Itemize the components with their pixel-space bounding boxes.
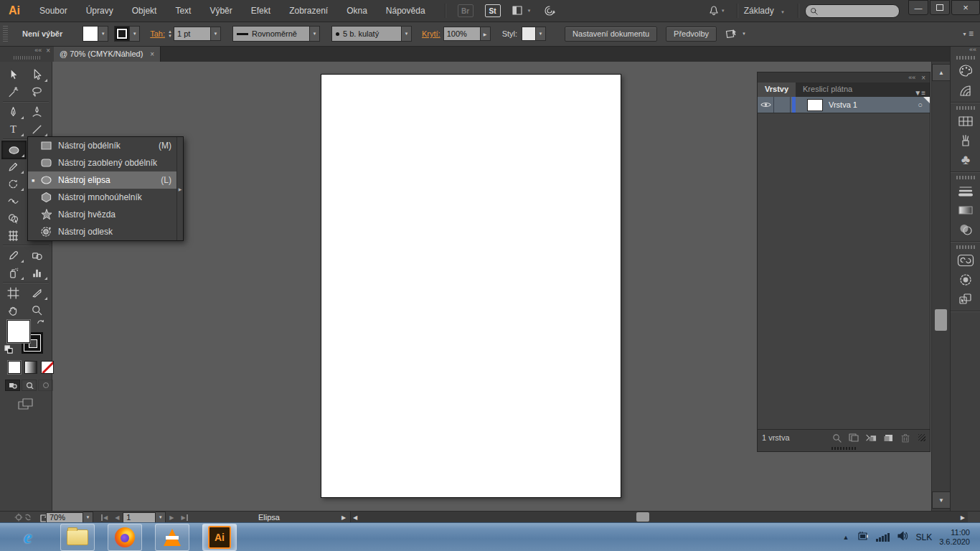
style-arrow[interactable]: ▼	[536, 27, 546, 41]
flyout-item-rectangle[interactable]: Nástroj obdélník (M)	[28, 137, 177, 154]
fill-color-control[interactable]: ▼	[83, 26, 108, 42]
type-tool[interactable]: T	[1, 121, 25, 138]
tab-kreslici-platna[interactable]: Kreslicí plátna	[796, 83, 859, 97]
new-sublayer-icon[interactable]	[866, 433, 877, 443]
draw-behind-mode-button[interactable]	[22, 380, 37, 391]
gradient-panel-icon[interactable]	[951, 200, 980, 220]
clipping-mask-icon[interactable]	[849, 433, 859, 442]
flyout-item-polygon[interactable]: Nástroj mnohoúhelník	[28, 189, 177, 206]
flyout-item-ellipse[interactable]: ■ Nástroj elipsa (L)	[28, 171, 177, 189]
menu-objekt[interactable]: Objekt	[123, 0, 166, 22]
layer-visibility-toggle[interactable]	[758, 97, 774, 113]
tab-vrstvy[interactable]: Vrstvy	[758, 83, 796, 97]
layer-thumbnail[interactable]	[807, 99, 823, 111]
scroll-down-arrow[interactable]: ▼	[932, 491, 951, 509]
symbols-panel-icon[interactable]: ♣	[951, 150, 980, 169]
blend-tool[interactable]	[25, 247, 49, 264]
delete-layer-icon[interactable]	[901, 433, 910, 443]
slice-tool[interactable]	[25, 284, 49, 301]
zoom-level-select[interactable]: 70% ▼	[46, 512, 93, 523]
magic-wand-tool[interactable]	[1, 83, 25, 100]
shape-builder-tool[interactable]	[1, 209, 25, 227]
symbol-sprayer-tool[interactable]	[1, 264, 25, 281]
horizontal-scrollbar[interactable]: ◀ ▶	[350, 512, 968, 523]
flyout-item-star[interactable]: Nástroj hvězda	[28, 206, 177, 223]
taskbar-illustrator-icon[interactable]: Ai	[202, 524, 237, 551]
status-options-icons[interactable]	[14, 512, 33, 523]
workspace-switcher[interactable]: Základy ▼	[744, 6, 792, 16]
flyout-item-flare[interactable]: Nástroj odlesk	[28, 223, 177, 240]
draw-normal-mode-button[interactable]	[5, 380, 20, 391]
width-profile-select[interactable]: Rovnoměrně ▼	[232, 26, 320, 42]
draw-inside-mode-button[interactable]	[38, 380, 53, 391]
panel-resize-grip[interactable]	[918, 434, 925, 441]
dock-group-grip[interactable]	[956, 245, 975, 249]
eyedropper-tool[interactable]	[1, 247, 25, 264]
artboard-number-arrow[interactable]: ▼	[156, 512, 166, 524]
rotate-tool[interactable]	[1, 175, 25, 192]
minimize-button[interactable]: —	[908, 0, 928, 15]
pencil-tool[interactable]	[1, 158, 25, 175]
last-artboard-icon[interactable]: ▶	[181, 514, 187, 521]
scroll-up-arrow[interactable]: ▲	[932, 64, 951, 81]
stroke-swatch[interactable]	[114, 26, 130, 42]
document-setup-button[interactable]: Nastavení dokumentu	[565, 27, 657, 42]
dock-group-grip[interactable]	[956, 56, 975, 60]
links-panel-icon[interactable]	[951, 289, 980, 309]
curvature-tool[interactable]	[25, 103, 49, 121]
fill-dropdown-arrow[interactable]: ▼	[98, 26, 108, 42]
bridge-icon[interactable]: Br	[458, 4, 473, 17]
stroke-weight-stepper[interactable]: ▲▼	[168, 29, 172, 38]
new-layer-icon[interactable]	[884, 433, 894, 443]
language-indicator[interactable]: SLK	[915, 532, 932, 542]
transform-options[interactable]: ▼	[725, 28, 746, 39]
taskbar-firefox-icon[interactable]	[108, 524, 142, 551]
gradient-mode-button[interactable]	[24, 361, 37, 374]
mesh-tool[interactable]	[1, 227, 25, 244]
menu-soubor[interactable]: Soubor	[30, 0, 77, 22]
appearance-panel-icon[interactable]	[951, 270, 980, 289]
screen-mode-icon[interactable]	[17, 397, 34, 415]
sync-settings-icon[interactable]: ▼	[708, 5, 725, 17]
network-signal-icon[interactable]	[876, 533, 890, 542]
control-panel-menu-icon[interactable]: ▼≡	[962, 29, 973, 39]
selection-tool[interactable]	[1, 66, 25, 83]
flyout-item-rounded-rectangle[interactable]: Nástroj zaoblený obdélník	[28, 154, 177, 171]
color-guide-panel-icon[interactable]	[951, 80, 980, 100]
brush-select[interactable]: 5 b. kulatý ▼	[331, 26, 412, 42]
vertical-scroll-thumb[interactable]	[935, 309, 947, 331]
taskbar-vlc-icon[interactable]	[155, 524, 189, 551]
color-mode-button[interactable]	[8, 361, 21, 374]
dock-group-grip[interactable]	[956, 176, 975, 179]
fill-swatch[interactable]	[83, 26, 98, 42]
document-tab-close-icon[interactable]: ×	[150, 50, 154, 58]
menu-vyber[interactable]: Výběr	[200, 0, 241, 22]
width-profile-arrow[interactable]: ▼	[310, 26, 320, 42]
layers-panel-menu-icon[interactable]: ▼≡	[914, 89, 930, 97]
ellipse-tool[interactable]	[1, 141, 27, 159]
layer-name[interactable]: Vrstva 1	[829, 100, 857, 109]
brushes-panel-icon[interactable]	[951, 131, 980, 150]
vertical-scrollbar[interactable]: ▲ ▼	[931, 62, 951, 511]
direct-selection-tool[interactable]	[25, 66, 49, 83]
stroke-dropdown-arrow[interactable]: ▼	[130, 26, 140, 42]
taskbar-internet-explorer-icon[interactable]: e	[11, 524, 44, 550]
none-mode-button[interactable]	[41, 361, 54, 374]
layer-lock-toggle[interactable]	[774, 97, 791, 113]
artboard-number-input[interactable]: 1	[123, 512, 156, 523]
locate-object-icon[interactable]	[832, 433, 842, 443]
layers-panel-drag-handle[interactable]	[758, 446, 930, 451]
menu-zobrazeni[interactable]: Zobrazení	[280, 0, 337, 22]
artboard[interactable]	[321, 74, 621, 498]
scroll-right-arrow[interactable]: ▶	[961, 512, 965, 523]
width-tool[interactable]	[1, 192, 25, 209]
stroke-weight-dropdown[interactable]: ▼	[211, 27, 221, 41]
lasso-tool[interactable]	[25, 83, 49, 100]
preferences-button[interactable]: Předvolby	[666, 27, 717, 42]
menu-napoveda[interactable]: Nápověda	[377, 0, 435, 22]
zoom-tool[interactable]	[25, 301, 49, 319]
stroke-color-control[interactable]: ▼	[114, 26, 140, 42]
hand-tool[interactable]	[1, 301, 25, 319]
horizontal-scroll-thumb[interactable]	[636, 512, 649, 522]
stroke-weight-label[interactable]: Tah:	[150, 29, 165, 38]
